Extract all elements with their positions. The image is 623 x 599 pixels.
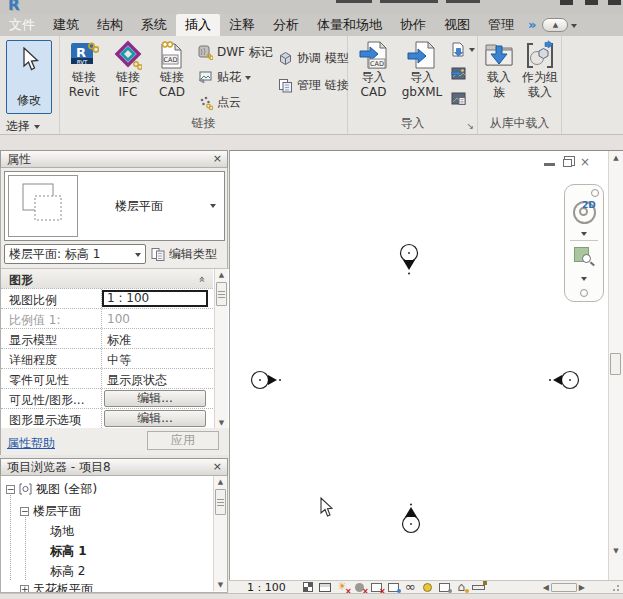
detail-level-icon[interactable] [300,581,317,593]
link-cad-button[interactable]: CAD 链接 CAD [151,40,193,100]
crop-view-icon[interactable]: × [368,581,385,593]
select-dropdown[interactable]: 选择 [6,118,40,135]
scrollbar-thumb[interactable] [215,489,226,515]
tree-item-floor-plans[interactable]: − 楼层平面 [20,502,81,520]
type-selector[interactable]: 楼层平面 [4,171,225,241]
resize-grip[interactable] [609,581,619,591]
tab-massing-site[interactable]: 体量和场地 [308,14,391,36]
analytical-model-icon[interactable]: ⌂ [453,581,470,593]
import-gbxml-button[interactable]: 导入 gbXML [397,40,447,100]
import-image-button[interactable] [451,67,466,80]
import-dialog-launcher-icon[interactable]: ↘ [466,122,474,131]
tree-item-ceiling-plans[interactable]: + 天花板平面 [20,580,93,593]
view-scale-input[interactable]: 1 : 100 [102,290,208,307]
tree-item-level-2[interactable]: 标高 2 [50,562,85,580]
tab-systems[interactable]: 系统 [132,14,176,36]
visibility-graphics-edit-button[interactable]: 编辑... [104,390,206,407]
properties-scrollbar[interactable]: ▲ ▼ [214,269,228,429]
insert-from-file-button[interactable] [451,42,475,57]
elevation-marker-south[interactable] [397,503,425,535]
scrollbar-thumb[interactable] [216,282,227,306]
load-as-group-button[interactable]: 作为组 载入 [519,40,561,100]
point-cloud-button[interactable]: 点云 [198,94,241,111]
manage-images-button[interactable] [451,92,466,105]
scroll-down-icon[interactable]: ▼ [215,418,228,428]
apply-button[interactable]: 应用 [147,431,219,450]
edit-type-button[interactable]: 编辑类型 [151,246,217,263]
properties-help-link[interactable]: 属性帮助 [7,435,55,452]
view-restore-button[interactable] [563,159,572,167]
canvas-vertical-scrollbar[interactable]: ▲ ▼ [608,151,623,580]
zoom-options-icon[interactable] [581,277,587,281]
navbar-close-icon[interactable] [591,189,599,197]
revit-logo-icon[interactable]: R [8,0,20,14]
restore-window-button[interactable] [585,0,598,5]
graphics-section-header[interactable]: 图形 » [1,269,213,289]
detail-level-value[interactable]: 中等 [107,352,131,369]
scroll-down-icon[interactable]: ▼ [609,546,623,556]
link-ifc-button[interactable]: 链接 IFC [107,40,149,100]
tab-insert[interactable]: 插入 [176,14,220,36]
drawing-area[interactable]: × 2D [229,150,623,580]
elevation-marker-west[interactable] [247,367,283,395]
ribbon-collapse-dropdown-icon[interactable] [571,24,577,28]
show-crop-region-icon[interactable] [385,581,402,593]
tab-file[interactable]: 文件 [0,14,44,36]
scroll-up-icon[interactable]: ▲ [215,270,228,280]
import-cad-button[interactable]: CAD 导入 CAD [351,40,396,100]
load-family-button[interactable]: 载入 族 [480,40,518,100]
expand-expander-icon[interactable]: + [20,585,29,594]
browser-scrollbar[interactable]: ▲ ▼ [213,476,227,591]
view-minimize-button[interactable] [544,159,555,166]
tab-analyze[interactable]: 分析 [264,14,308,36]
modify-button[interactable]: 修改 [6,40,52,114]
manage-links-button[interactable]: 管理 链接 [278,77,349,94]
display-model-value[interactable]: 标准 [107,332,131,349]
graphic-display-options-edit-button[interactable]: 编辑... [104,410,206,427]
project-browser-header[interactable]: 项目浏览器 - 项目8 × [0,458,228,476]
tab-architecture[interactable]: 建筑 [44,14,88,36]
ribbon-collapse-button[interactable]: ▲ [542,18,568,32]
close-window-button[interactable] [608,0,621,5]
view-instance-combo[interactable]: 楼层平面: 标高 1 [4,244,146,264]
properties-panel-header[interactable]: 属性 × [0,150,228,168]
scroll-down-icon[interactable]: ▼ [214,580,227,590]
view-close-button[interactable]: × [580,157,590,167]
link-revit-button[interactable]: R RVT 链接 Revit [62,40,106,100]
close-icon[interactable]: × [213,151,222,167]
section-collapse-icon[interactable]: » [195,276,208,283]
visual-style-icon[interactable] [317,581,334,593]
tab-view[interactable]: 视图 [435,14,479,36]
parts-visibility-value[interactable]: 显示原状态 [107,372,167,389]
tab-manage[interactable]: 管理 [479,14,523,36]
temporary-view-properties-icon[interactable] [436,581,453,593]
tab-overflow-icon[interactable]: » [523,14,540,36]
scroll-up-icon[interactable]: ▲ [609,153,623,163]
scrollbar-thumb[interactable] [610,353,621,375]
view-scale-control[interactable]: 1 : 100 [247,581,286,594]
chevron-down-icon[interactable] [210,204,216,208]
coordination-model-button[interactable]: 协调 模型 [278,50,349,67]
scroll-right-icon[interactable]: ▶ [579,583,585,592]
reveal-hidden-elements-icon[interactable] [419,581,436,593]
shadows-icon[interactable]: × [351,581,368,593]
tab-annotate[interactable]: 注释 [220,14,264,36]
scroll-left-icon[interactable]: ◀ [543,583,549,592]
minimize-window-button[interactable] [560,0,573,5]
elevation-marker-east[interactable] [547,367,583,395]
sun-path-icon[interactable]: ☀ × [334,581,351,593]
collapse-expander-icon[interactable]: − [20,507,29,516]
elevation-marker-north[interactable] [397,243,423,277]
tree-item-views[interactable]: − 视图 (全部) [6,480,97,498]
tab-collaborate[interactable]: 协作 [391,14,435,36]
collapse-expander-icon[interactable]: − [6,485,15,494]
dwf-markup-button[interactable]: DWF 标记 [198,44,273,61]
navbar-collapse-icon[interactable] [580,289,588,297]
tree-item-level-1[interactable]: 标高 1 [50,542,87,560]
wheel-options-icon[interactable] [581,232,587,236]
tree-item-site[interactable]: 场地 [50,522,74,540]
close-icon[interactable]: × [213,459,222,475]
tab-structure[interactable]: 结构 [88,14,132,36]
scroll-up-icon[interactable]: ▲ [214,477,227,487]
temporary-hide-isolate-icon[interactable]: ∞ [402,581,419,593]
